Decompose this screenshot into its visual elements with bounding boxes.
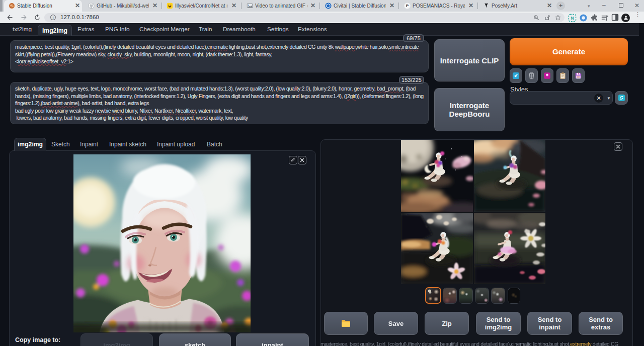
svg-text:N: N <box>571 16 574 21</box>
svg-text:P: P <box>406 4 409 8</box>
